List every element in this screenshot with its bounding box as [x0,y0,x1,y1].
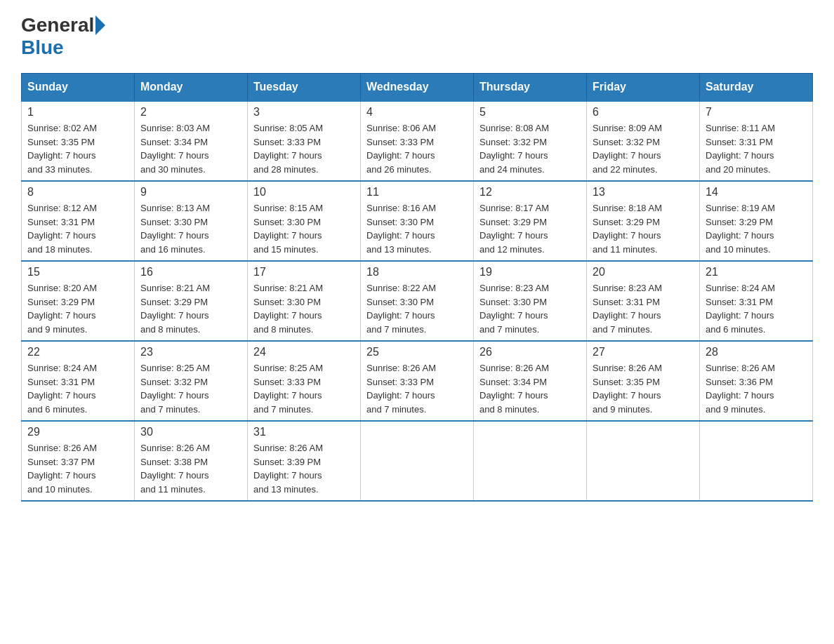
day-info: Sunrise: 8:21 AMSunset: 3:30 PMDaylight:… [253,281,355,336]
day-of-week-header: Thursday [474,74,587,102]
calendar-day-cell: 13Sunrise: 8:18 AMSunset: 3:29 PMDayligh… [587,181,700,261]
day-info: Sunrise: 8:26 AMSunset: 3:38 PMDaylight:… [140,441,241,496]
logo: General Blue [21,14,107,59]
day-number: 26 [479,346,581,358]
calendar-day-cell: 4Sunrise: 8:06 AMSunset: 3:33 PMDaylight… [361,101,474,181]
day-number: 19 [479,266,581,279]
calendar-day-cell [361,421,474,501]
day-of-week-header: Wednesday [361,74,474,102]
day-info: Sunrise: 8:26 AMSunset: 3:36 PMDaylight:… [706,361,807,416]
day-number: 5 [479,106,581,119]
calendar-day-cell: 2Sunrise: 8:03 AMSunset: 3:34 PMDaylight… [135,101,248,181]
day-info: Sunrise: 8:26 AMSunset: 3:39 PMDaylight:… [253,441,355,496]
day-number: 10 [253,186,355,199]
day-number: 24 [253,346,355,358]
calendar-day-cell: 1Sunrise: 8:02 AMSunset: 3:35 PMDaylight… [22,101,135,181]
calendar-day-cell: 29Sunrise: 8:26 AMSunset: 3:37 PMDayligh… [22,421,135,501]
calendar-week-row: 22Sunrise: 8:24 AMSunset: 3:31 PMDayligh… [22,341,813,421]
calendar-day-cell: 24Sunrise: 8:25 AMSunset: 3:33 PMDayligh… [248,341,361,421]
calendar-day-cell: 7Sunrise: 8:11 AMSunset: 3:31 PMDaylight… [700,101,813,181]
day-number: 6 [593,106,694,119]
day-number: 9 [140,186,241,199]
calendar-day-cell: 22Sunrise: 8:24 AMSunset: 3:31 PMDayligh… [22,341,135,421]
calendar-day-cell: 28Sunrise: 8:26 AMSunset: 3:36 PMDayligh… [700,341,813,421]
day-info: Sunrise: 8:21 AMSunset: 3:29 PMDaylight:… [140,281,241,336]
calendar-day-cell: 31Sunrise: 8:26 AMSunset: 3:39 PMDayligh… [248,421,361,501]
calendar-week-row: 8Sunrise: 8:12 AMSunset: 3:31 PMDaylight… [22,181,813,261]
day-number: 23 [140,346,241,358]
calendar-day-cell: 23Sunrise: 8:25 AMSunset: 3:32 PMDayligh… [135,341,248,421]
day-number: 8 [27,186,128,199]
day-info: Sunrise: 8:20 AMSunset: 3:29 PMDaylight:… [27,281,128,336]
day-of-week-header: Monday [135,74,248,102]
calendar-day-cell: 16Sunrise: 8:21 AMSunset: 3:29 PMDayligh… [135,261,248,341]
calendar-day-cell: 21Sunrise: 8:24 AMSunset: 3:31 PMDayligh… [700,261,813,341]
day-number: 4 [366,106,468,119]
calendar-day-cell: 3Sunrise: 8:05 AMSunset: 3:33 PMDaylight… [248,101,361,181]
calendar-day-cell: 9Sunrise: 8:13 AMSunset: 3:30 PMDaylight… [135,181,248,261]
day-number: 31 [253,426,355,438]
calendar-week-row: 15Sunrise: 8:20 AMSunset: 3:29 PMDayligh… [22,261,813,341]
day-info: Sunrise: 8:11 AMSunset: 3:31 PMDaylight:… [706,121,807,176]
calendar-day-cell: 6Sunrise: 8:09 AMSunset: 3:32 PMDaylight… [587,101,700,181]
logo-arrow-icon [95,15,105,35]
day-info: Sunrise: 8:26 AMSunset: 3:34 PMDaylight:… [479,361,581,416]
day-info: Sunrise: 8:24 AMSunset: 3:31 PMDaylight:… [27,361,128,416]
logo-general-text: General [21,14,94,36]
day-info: Sunrise: 8:26 AMSunset: 3:35 PMDaylight:… [593,361,694,416]
calendar-day-cell: 11Sunrise: 8:16 AMSunset: 3:30 PMDayligh… [361,181,474,261]
day-info: Sunrise: 8:18 AMSunset: 3:29 PMDaylight:… [593,201,694,256]
day-number: 11 [366,186,468,199]
calendar-day-cell [474,421,587,501]
day-info: Sunrise: 8:09 AMSunset: 3:32 PMDaylight:… [593,121,694,176]
day-info: Sunrise: 8:15 AMSunset: 3:30 PMDaylight:… [253,201,355,256]
calendar-day-cell: 18Sunrise: 8:22 AMSunset: 3:30 PMDayligh… [361,261,474,341]
day-info: Sunrise: 8:24 AMSunset: 3:31 PMDaylight:… [706,281,807,336]
day-number: 27 [593,346,694,358]
day-number: 17 [253,266,355,279]
day-info: Sunrise: 8:19 AMSunset: 3:29 PMDaylight:… [706,201,807,256]
calendar-week-row: 29Sunrise: 8:26 AMSunset: 3:37 PMDayligh… [22,421,813,501]
day-info: Sunrise: 8:17 AMSunset: 3:29 PMDaylight:… [479,201,581,256]
day-number: 12 [479,186,581,199]
calendar-day-cell: 10Sunrise: 8:15 AMSunset: 3:30 PMDayligh… [248,181,361,261]
day-info: Sunrise: 8:05 AMSunset: 3:33 PMDaylight:… [253,121,355,176]
day-info: Sunrise: 8:06 AMSunset: 3:33 PMDaylight:… [366,121,468,176]
day-number: 3 [253,106,355,119]
calendar-day-cell: 17Sunrise: 8:21 AMSunset: 3:30 PMDayligh… [248,261,361,341]
day-number: 29 [27,426,128,438]
calendar-week-row: 1Sunrise: 8:02 AMSunset: 3:35 PMDaylight… [22,101,813,181]
calendar-day-cell: 14Sunrise: 8:19 AMSunset: 3:29 PMDayligh… [700,181,813,261]
day-info: Sunrise: 8:03 AMSunset: 3:34 PMDaylight:… [140,121,241,176]
day-info: Sunrise: 8:23 AMSunset: 3:31 PMDaylight:… [593,281,694,336]
header-row: SundayMondayTuesdayWednesdayThursdayFrid… [22,74,813,102]
calendar-day-cell: 30Sunrise: 8:26 AMSunset: 3:38 PMDayligh… [135,421,248,501]
day-info: Sunrise: 8:12 AMSunset: 3:31 PMDaylight:… [27,201,128,256]
day-number: 18 [366,266,468,279]
calendar-day-cell: 19Sunrise: 8:23 AMSunset: 3:30 PMDayligh… [474,261,587,341]
day-number: 15 [27,266,128,279]
day-info: Sunrise: 8:08 AMSunset: 3:32 PMDaylight:… [479,121,581,176]
day-of-week-header: Sunday [22,74,135,102]
calendar-day-cell [700,421,813,501]
calendar-day-cell: 26Sunrise: 8:26 AMSunset: 3:34 PMDayligh… [474,341,587,421]
day-info: Sunrise: 8:25 AMSunset: 3:33 PMDaylight:… [253,361,355,416]
day-info: Sunrise: 8:23 AMSunset: 3:30 PMDaylight:… [479,281,581,336]
day-number: 21 [706,266,807,279]
page-header: General Blue [21,14,813,59]
calendar-body: 1Sunrise: 8:02 AMSunset: 3:35 PMDaylight… [22,101,813,501]
day-number: 28 [706,346,807,358]
calendar-header: SundayMondayTuesdayWednesdayThursdayFrid… [22,74,813,102]
day-number: 2 [140,106,241,119]
day-of-week-header: Tuesday [248,74,361,102]
day-info: Sunrise: 8:22 AMSunset: 3:30 PMDaylight:… [366,281,468,336]
day-number: 22 [27,346,128,358]
calendar-table: SundayMondayTuesdayWednesdayThursdayFrid… [21,73,813,502]
day-info: Sunrise: 8:02 AMSunset: 3:35 PMDaylight:… [27,121,128,176]
day-info: Sunrise: 8:26 AMSunset: 3:33 PMDaylight:… [366,361,468,416]
day-number: 14 [706,186,807,199]
day-number: 25 [366,346,468,358]
calendar-day-cell: 20Sunrise: 8:23 AMSunset: 3:31 PMDayligh… [587,261,700,341]
calendar-day-cell: 8Sunrise: 8:12 AMSunset: 3:31 PMDaylight… [22,181,135,261]
calendar-day-cell: 15Sunrise: 8:20 AMSunset: 3:29 PMDayligh… [22,261,135,341]
